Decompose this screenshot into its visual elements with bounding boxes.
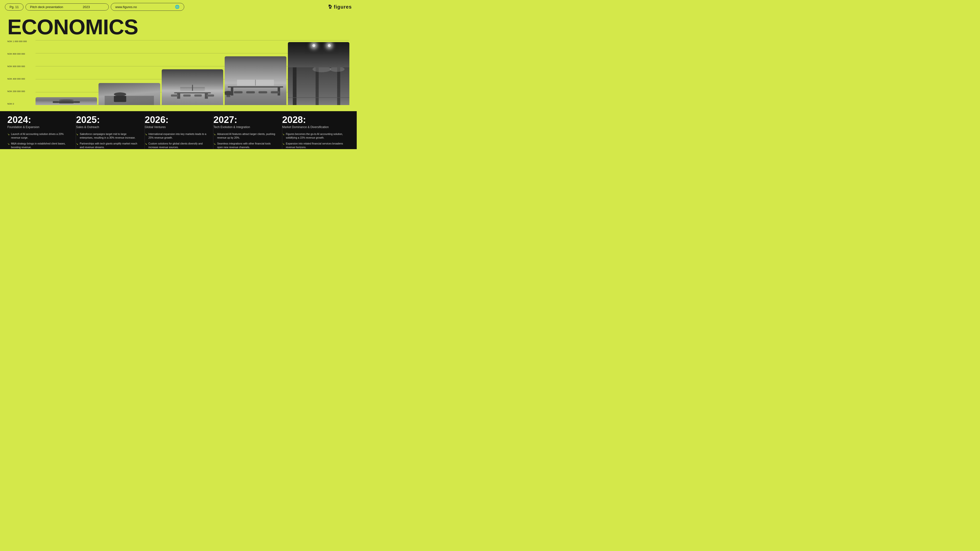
year-subtitle-2024: Foundation & Expansion: [7, 125, 71, 129]
bullet-text: Partnerships with tech giants amplify ma…: [80, 142, 139, 149]
svg-point-9: [114, 92, 126, 96]
year-bullet-2028-0: ↘Figures becomes the go-to AI accounting…: [282, 132, 346, 139]
page-number: Pg. 11: [10, 5, 19, 9]
bullet-text: Launch of AI accounting solution drives …: [11, 132, 71, 139]
figures-logo: figures: [328, 4, 352, 10]
year-label-2025: 2025:: [76, 115, 139, 124]
bars-container: [35, 40, 349, 105]
svg-rect-35: [288, 67, 349, 105]
bullet-arrow-icon: ↘: [145, 142, 147, 149]
logo-text: figures: [334, 4, 352, 10]
bar-2024-wrapper: [35, 40, 97, 105]
svg-rect-3: [331, 7, 331, 9]
svg-rect-25: [231, 87, 233, 95]
svg-rect-13: [135, 100, 148, 100]
year-bullet-2025-1: ↘Partnerships with tech giants amplify m…: [76, 142, 139, 149]
year-column-2027: 2027:Tech Evolution & Integration↘Advanc…: [213, 115, 282, 149]
year-bullet-2028-1: ↘Expansion into related financial servic…: [282, 142, 346, 149]
year-column-2024: 2024:Foundation & Expansion↘Launch of AI…: [7, 115, 76, 149]
main-content: ECONOMICS NOK 1 000 000 000 NOK 800 000 …: [0, 14, 357, 111]
bullet-arrow-icon: ↘: [213, 132, 216, 139]
svg-rect-2: [329, 7, 330, 9]
bullet-arrow-icon: ↘: [145, 132, 147, 139]
svg-rect-33: [227, 94, 230, 97]
bullet-text: Salesforce campaigns target mid to large…: [80, 132, 139, 139]
year-column-2028: 2028:Market Dominance & Diversification↘…: [282, 115, 349, 149]
chart-inner: [35, 40, 349, 111]
year-label-2026: 2026:: [145, 115, 208, 124]
bullet-arrow-icon: ↘: [7, 132, 10, 139]
svg-rect-14: [174, 92, 211, 93]
year-bullet-2024-1: ↘M&A strategy brings in established clie…: [7, 142, 71, 149]
svg-rect-0: [329, 5, 330, 6]
svg-rect-20: [207, 94, 214, 97]
svg-rect-5: [59, 101, 74, 103]
svg-rect-36: [293, 67, 296, 105]
url-pill: www.figures.no 🌐: [111, 3, 184, 11]
svg-rect-12: [135, 99, 151, 99]
year-bullets-2028: ↘Figures becomes the go-to AI accounting…: [282, 132, 346, 149]
y-label-1: NOK 1 000 000 000: [7, 40, 37, 43]
bullet-arrow-icon: ↘: [7, 142, 10, 149]
svg-rect-27: [234, 91, 243, 93]
year-column-2025: 2025:Sales & Outreach↘Salesforce campaig…: [76, 115, 144, 149]
year-bullet-2027-0: ↘Advanced AI features attract larger cli…: [213, 132, 277, 139]
bullet-arrow-icon: ↘: [282, 142, 285, 149]
bullet-arrow-icon: ↘: [76, 132, 78, 139]
svg-point-34: [225, 91, 233, 95]
y-label-3: NOK 600 000 000: [7, 65, 37, 68]
year-subtitle-2025: Sales & Outreach: [76, 125, 139, 129]
bar2-silhouette: [99, 90, 160, 105]
svg-rect-7: [74, 101, 80, 103]
svg-rect-38: [337, 67, 340, 105]
year-label-2028: 2028:: [282, 115, 346, 124]
bullet-text: Custom solutions for global clients dive…: [148, 142, 208, 149]
bar-2028-wrapper: [288, 40, 349, 105]
bar-2024: [35, 97, 97, 105]
chart-area: NOK 1 000 000 000 NOK 800 000 000 NOK 60…: [7, 40, 349, 111]
svg-rect-1: [331, 6, 331, 6]
website-url: www.figures.no: [115, 5, 137, 9]
logo-icon: [328, 5, 332, 9]
bullet-arrow-icon: ↘: [76, 142, 78, 149]
bullet-arrow-icon: ↘: [213, 142, 216, 149]
bar-2027: [225, 56, 286, 105]
bullet-text: M&A strategy brings in established clien…: [11, 142, 71, 149]
year-bullets-2027: ↘Advanced AI features attract larger cli…: [213, 132, 277, 149]
svg-rect-30: [271, 91, 280, 93]
y-label-6: NOK 0: [7, 103, 37, 105]
y-label-4: NOK 400 000 000: [7, 78, 37, 80]
bar-2026-wrapper: [162, 40, 223, 105]
year-column-2026: 2026:Global Ventures↘International expan…: [145, 115, 213, 149]
svg-rect-18: [183, 94, 191, 97]
bar1-silhouette: [35, 99, 97, 105]
presentation-year: 2023: [83, 5, 90, 9]
bar3-silhouette: [162, 84, 223, 105]
bar4-silhouette: [225, 78, 286, 105]
bullet-text: International expansion into key markets…: [148, 132, 208, 139]
svg-rect-28: [246, 91, 255, 93]
header-right: figures: [328, 4, 352, 10]
bar-2025-wrapper: [99, 40, 160, 105]
y-label-5: NOK 200 000 000: [7, 90, 37, 92]
bottom-section: 2024:Foundation & Expansion↘Launch of AI…: [0, 111, 357, 149]
title-pill: Pitch deck presentation 2023: [25, 3, 109, 11]
year-subtitle-2026: Global Ventures: [145, 125, 208, 129]
svg-rect-29: [258, 91, 267, 93]
svg-rect-16: [205, 93, 208, 99]
year-subtitle-2027: Tech Evolution & Integration: [213, 125, 277, 129]
bullet-text: Advanced AI features attract larger clie…: [217, 132, 277, 139]
year-subtitle-2028: Market Dominance & Diversification: [282, 125, 346, 129]
year-bullets-2024: ↘Launch of AI accounting solution drives…: [7, 132, 71, 149]
svg-rect-15: [177, 93, 180, 99]
bar-2028: [288, 42, 349, 105]
bullet-text: Figures becomes the go-to AI accounting …: [286, 132, 346, 139]
header: Pg. 11 Pitch deck presentation 2023 www.…: [0, 0, 357, 14]
bar5-silhouette: [288, 67, 349, 105]
svg-rect-11: [135, 97, 154, 98]
light2: [328, 44, 331, 47]
bar-2027-wrapper: [225, 40, 286, 105]
svg-rect-37: [315, 67, 319, 105]
svg-rect-26: [278, 87, 280, 95]
year-bullet-2024-0: ↘Launch of AI accounting solution drives…: [7, 132, 71, 139]
